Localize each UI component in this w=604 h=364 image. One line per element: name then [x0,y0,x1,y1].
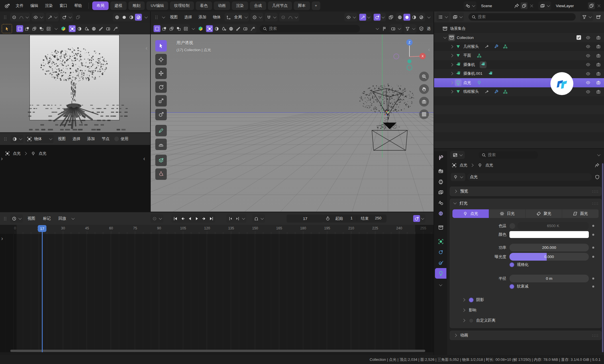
timeline-menu-2[interactable]: 回放 [55,215,69,222]
scene-name[interactable]: Scene [477,4,513,8]
select-set-icon[interactable] [154,25,160,32]
overlays-icon[interactable] [374,14,381,21]
light-type-面光[interactable]: 面光 [562,209,599,218]
wrench-badge-icon[interactable] [493,88,499,95]
tab-world[interactable] [435,208,446,219]
menubar-item-1[interactable]: 编辑 [27,2,41,9]
workspace-tab-10[interactable]: 脚本 [294,1,310,10]
drag-dots-icon[interactable] [2,14,9,21]
tool-measure[interactable] [155,139,167,150]
matcap-sphere-icon[interactable] [60,25,67,32]
custom-distance-checkbox[interactable] [469,318,474,323]
layer-stack-icon[interactable] [390,25,397,32]
shader-editor-icon[interactable] [11,135,18,142]
new-viewlayer-copy-icon[interactable] [588,2,595,9]
tab-constraints[interactable] [435,247,446,257]
temperature-toggle[interactable] [509,223,515,229]
use-nodes-toggle[interactable]: 使用 [114,136,128,141]
chevron-down-icon[interactable] [144,15,148,18]
light-type-日光[interactable]: 日光 [489,209,525,218]
chevron-down-icon[interactable] [242,217,245,220]
snap-particle-icon[interactable] [220,25,227,32]
chevron-down-icon[interactable] [589,15,592,18]
orientation-axes-icon[interactable] [225,14,232,21]
chevron-down-icon[interactable] [49,137,52,140]
viewport-search-input[interactable]: 搜索 [260,25,360,32]
expander-icon[interactable] [450,81,453,84]
properties-scrollbar[interactable] [602,163,603,352]
chevron-down-icon[interactable] [381,15,385,18]
select-extend-icon[interactable] [23,25,30,32]
disable-render-icon[interactable] [595,34,602,41]
menubar-item-4[interactable]: 帮助 [71,2,85,9]
workspace-tab-3[interactable]: UV编辑 [146,1,168,10]
timeline-hscrollbar[interactable] [10,350,425,352]
tab-object[interactable] [435,236,446,247]
duplicate-view-icon[interactable] [74,14,81,21]
animate-dot[interactable] [592,286,594,288]
select-invert-icon[interactable] [175,25,182,32]
snap-buffer-icon[interactable] [105,25,111,32]
expander-icon[interactable] [443,36,446,39]
visibility-eye-icon[interactable] [345,14,352,21]
prev-frame-button[interactable] [227,215,234,222]
keying-arch-icon[interactable] [253,215,260,222]
snap-volume-icon[interactable] [76,25,83,32]
frame-end-field[interactable]: 结束250 [357,216,386,221]
shading-solid-icon[interactable] [403,14,410,21]
viewlayer-name[interactable]: ViewLayer [552,4,587,8]
filter-funnel-icon[interactable] [404,25,411,32]
select-set-icon[interactable] [16,25,23,32]
chevron-down-icon[interactable] [472,4,475,7]
lightdata-badge-icon[interactable] [476,79,483,86]
matcap-sphere-icon[interactable] [197,25,204,32]
shading-material-icon[interactable] [411,14,417,21]
falloff-curve-icon[interactable] [18,14,25,21]
tool-transform[interactable] [155,109,167,120]
radius-field[interactable]: 0 m [509,275,589,282]
menubar-item-0[interactable]: 文件 [13,2,27,9]
chevron-down-icon[interactable] [295,15,298,18]
chevron-down-icon[interactable] [260,217,264,220]
viewport-menu-0[interactable]: 视图 [167,13,180,21]
hide-eye-icon[interactable] [585,70,591,77]
temperature-field[interactable]: 6500 K [517,222,589,230]
snap-buffer-icon[interactable] [242,25,249,32]
chevron-down-icon[interactable] [547,4,550,7]
tool-annotate[interactable] [155,125,167,136]
tab-render[interactable] [435,166,446,176]
region-collapse-arrow[interactable]: ‹ [428,47,430,51]
gizmo-orbit-icon[interactable] [61,14,68,21]
properties-search-input[interactable]: 搜索 [479,151,538,159]
shading-wireframe-icon[interactable] [396,14,403,21]
magnet-icon[interactable] [265,14,272,21]
new-scene-copy-icon[interactable] [521,2,527,9]
channel-expand-arrow[interactable]: › [1,236,3,240]
properties-options-chevron[interactable] [597,153,600,156]
datablock-type-button[interactable] [451,173,465,181]
workspace-tab-4[interactable]: 纹理绘制 [170,1,194,10]
options-label[interactable]: 选 [426,25,432,32]
select-subtract-icon[interactable] [31,25,38,32]
pan-hand-button[interactable] [419,84,429,94]
select-intersect-icon[interactable] [182,25,189,32]
outliner-row-线框猴头[interactable]: 线框猴头 [434,87,604,97]
panel-grip[interactable] [592,202,599,205]
geo-badge-icon[interactable] [476,52,483,59]
shading-rendered-icon[interactable] [135,14,142,21]
orientation-label[interactable]: 全局 [232,15,244,20]
drag-dots-icon[interactable] [2,215,9,222]
chevron-down-icon[interactable] [244,15,248,18]
workspace-tab-0[interactable]: 布局 [92,1,109,10]
tool-select[interactable] [155,40,167,52]
camdata-badge-icon[interactable] [487,70,494,77]
tab-tool[interactable] [435,152,446,163]
snap-hook-icon[interactable] [112,25,119,32]
outliner-row-点光[interactable]: 点光 [434,78,604,87]
next-frame-button[interactable] [234,215,241,222]
select-intersect-icon[interactable] [45,25,52,32]
wrench-badge-icon[interactable] [493,43,499,50]
animate-dot[interactable] [592,225,594,227]
tab-scene[interactable] [435,198,446,208]
new-collection-icon[interactable] [595,13,602,20]
